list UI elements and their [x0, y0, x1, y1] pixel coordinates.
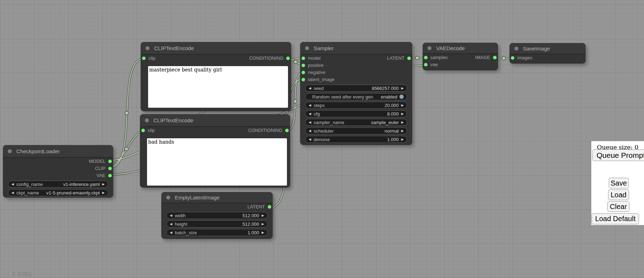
decrement-arrow-icon[interactable]: ◀ [170, 214, 172, 217]
increment-arrow-icon[interactable]: ▶ [401, 87, 404, 90]
widget-denoise[interactable]: ◀ denoise 1.000 ▶ [305, 136, 407, 143]
collapse-dot-icon[interactable] [428, 46, 431, 50]
increment-arrow-icon[interactable]: ▶ [401, 104, 404, 107]
input-label: positive [308, 63, 324, 68]
node-save-image[interactable]: SaveImage images [509, 43, 586, 64]
output-port-latent[interactable] [268, 205, 271, 209]
widget-random-seed-toggle[interactable]: Random seed after every gen enabled [305, 93, 407, 100]
collapse-dot-icon[interactable] [514, 47, 518, 50]
input-slot-latent-image: latent_image [300, 76, 412, 83]
widget-config-name[interactable]: ◀ config_name v1-inference.yaml ▶ [8, 181, 108, 188]
load-button[interactable]: Load [608, 189, 629, 200]
input-port-clip[interactable] [141, 129, 145, 132]
output-label: MODEL [89, 159, 105, 164]
node-empty-latent-image[interactable]: EmptyLatentImage LATENT ◀ width 512.000 … [161, 192, 273, 239]
decrement-arrow-icon[interactable]: ◀ [309, 138, 311, 141]
widget-label: batch_size [175, 230, 197, 235]
widget-scheduler[interactable]: ◀ scheduler normal ▶ [305, 127, 407, 134]
node-clip-text-encode-positive[interactable]: CLIPTextEncode clip CONDITIONING masterp… [141, 42, 291, 111]
increment-arrow-icon[interactable]: ▶ [262, 231, 264, 234]
node-title-bar[interactable]: CLIPTextEncode [140, 114, 290, 127]
widget-value: 512.000 [240, 213, 259, 218]
widget-value: enabled [378, 94, 397, 100]
decrement-arrow-icon[interactable]: ◀ [309, 129, 311, 133]
increment-arrow-icon[interactable]: ▶ [262, 223, 264, 226]
output-label: VAE [96, 173, 105, 178]
output-port-clip[interactable] [108, 167, 112, 170]
output-label: LATENT [247, 204, 265, 209]
input-port-model[interactable] [302, 57, 305, 60]
node-title-bar[interactable]: CLIPTextEncode [141, 42, 291, 55]
decrement-arrow-icon[interactable]: ◀ [170, 223, 172, 226]
output-port-vae[interactable] [108, 174, 112, 177]
input-label: clip [148, 128, 155, 133]
load-default-button[interactable]: Load Default [592, 213, 639, 224]
input-port-latent-image[interactable] [302, 78, 305, 81]
widget-batch-size[interactable]: ◀ batch_size 1.000 ▶ [166, 229, 268, 236]
negative-prompt-textarea[interactable]: bad hands [147, 138, 287, 186]
node-title-bar[interactable]: Sampler [300, 42, 412, 55]
increment-arrow-icon[interactable]: ▶ [401, 129, 404, 133]
decrement-arrow-icon[interactable]: ◀ [309, 112, 311, 116]
node-title-bar[interactable]: CheckpointLoader [3, 145, 113, 158]
output-slot-clip: CLIP [3, 165, 113, 172]
widget-cfg[interactable]: ◀ cfg 8.000 ▶ [305, 110, 407, 117]
collapse-dot-icon[interactable] [8, 149, 12, 153]
output-port-model[interactable] [108, 160, 112, 163]
input-port-negative[interactable] [302, 71, 305, 74]
toggle-dot-icon[interactable] [399, 95, 404, 99]
node-checkpoint-loader[interactable]: CheckpointLoader MODEL CLIP VAE ◀ config… [3, 145, 113, 198]
widget-label: denoise [314, 137, 330, 142]
node-sampler[interactable]: Sampler model LATENT positive negative l… [300, 42, 412, 145]
decrement-arrow-icon[interactable]: ◀ [170, 231, 172, 234]
node-clip-text-encode-negative[interactable]: CLIPTextEncode clip CONDITIONING bad han… [140, 114, 290, 188]
comfyui-canvas[interactable]: { "canvas": { "timer": "T: 0.00s" }, "me… [0, 0, 644, 278]
node-title: Sampler [314, 45, 334, 51]
widget-label: Random seed after every gen [312, 94, 373, 100]
input-port-images[interactable] [511, 56, 514, 60]
output-port-conditioning[interactable] [286, 57, 290, 60]
decrement-arrow-icon[interactable]: ◀ [11, 191, 14, 194]
widget-sampler-name[interactable]: ◀ sampler_name sample_euler ▶ [305, 119, 407, 126]
widget-ckpt-name[interactable]: ◀ ckpt_name v1-5-pruned-emaonly.ckpt ▶ [8, 189, 108, 196]
increment-arrow-icon[interactable]: ▶ [401, 121, 404, 124]
collapse-dot-icon[interactable] [166, 196, 170, 199]
increment-arrow-icon[interactable]: ▶ [401, 112, 404, 116]
widget-value: 1.000 [245, 230, 260, 235]
decrement-arrow-icon[interactable]: ◀ [11, 183, 14, 186]
node-title: CLIPTextEncode [154, 45, 194, 51]
input-label: images [517, 55, 532, 60]
widget-seed[interactable]: ◀ seed 8566257.000 ▶ [305, 85, 407, 92]
save-button[interactable]: Save [609, 178, 629, 188]
input-port-clip[interactable] [142, 57, 146, 60]
widget-width[interactable]: ◀ width 512.000 ▶ [166, 212, 268, 219]
output-port-conditioning[interactable] [285, 129, 289, 132]
decrement-arrow-icon[interactable]: ◀ [309, 104, 311, 107]
input-label: negative [308, 70, 325, 75]
increment-arrow-icon[interactable]: ▶ [401, 138, 404, 141]
widget-steps[interactable]: ◀ steps 20.000 ▶ [305, 102, 407, 109]
output-label: CLIP [95, 166, 105, 171]
collapse-dot-icon[interactable] [146, 46, 150, 50]
node-title-bar[interactable]: SaveImage [509, 43, 586, 54]
output-port-image[interactable] [493, 56, 497, 59]
input-port-positive[interactable] [302, 64, 305, 67]
output-port-latent[interactable] [407, 57, 411, 60]
node-title-bar[interactable]: EmptyLatentImage [161, 192, 273, 203]
collapse-dot-icon[interactable] [305, 46, 309, 50]
widget-height[interactable]: ◀ height 512.000 ▶ [166, 220, 268, 228]
clear-button[interactable]: Clear [607, 201, 629, 212]
node-vae-decode[interactable]: VAEDecode samples IMAGE vae [423, 43, 498, 70]
positive-prompt-textarea[interactable]: masterpiece best quality girl [148, 66, 288, 108]
input-port-vae[interactable] [424, 63, 428, 66]
increment-arrow-icon[interactable]: ▶ [262, 214, 264, 217]
decrement-arrow-icon[interactable]: ◀ [309, 87, 311, 90]
decrement-arrow-icon[interactable]: ◀ [309, 121, 311, 124]
increment-arrow-icon[interactable]: ▶ [102, 183, 105, 186]
increment-arrow-icon[interactable]: ▶ [102, 191, 105, 194]
input-port-samples[interactable] [424, 56, 428, 59]
node-title-bar[interactable]: VAEDecode [423, 43, 498, 54]
queue-prompt-button[interactable]: Queue Prompt [592, 149, 644, 161]
collapse-dot-icon[interactable] [145, 118, 149, 122]
input-slot-vae: vae [423, 61, 498, 68]
